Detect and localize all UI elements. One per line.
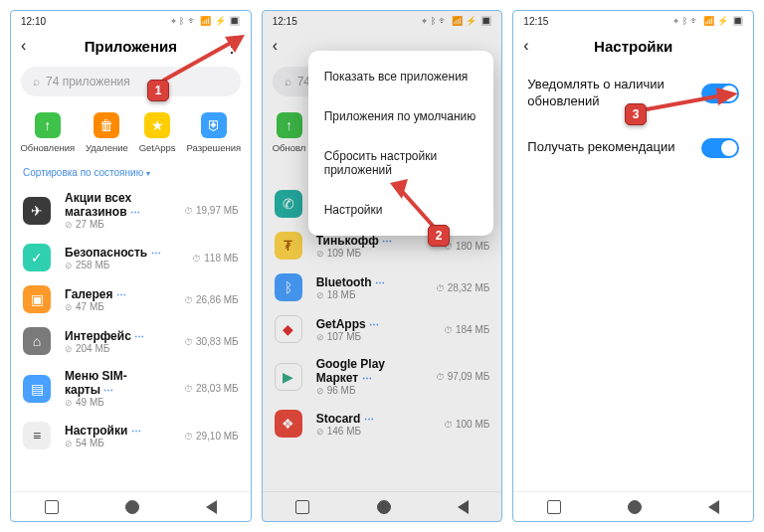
app-usage: 97,09 МБ [420, 371, 489, 382]
app-storage: 107 МБ [316, 331, 413, 342]
app-storage: 54 МБ [65, 438, 161, 448]
app-name: Интерфейс ⋯ [65, 329, 161, 343]
overflow-menu-button[interactable]: ⋮ [219, 41, 241, 51]
quick-action-item[interactable]: ⛨ Разрешения [186, 112, 241, 153]
back-button[interactable]: ‹ [273, 37, 294, 55]
app-storage: 258 МБ [65, 260, 161, 270]
status-bar: 12:15 ⌖ ᛒ ᯤ 📶 ⚡ 🔳 [263, 11, 502, 31]
back-nav-button[interactable] [206, 500, 217, 514]
back-button[interactable]: ‹ [523, 37, 545, 55]
quick-action-item[interactable]: 🗑 Удаление [86, 112, 128, 153]
app-usage: 29,10 МБ [169, 431, 239, 442]
status-bar: 12:10 ⌖ ᛒ ᯤ 📶 ⚡ 🔳 [11, 11, 251, 31]
app-row[interactable]: ≡ Настройки ⋯ 54 МБ 29,10 МБ [11, 415, 251, 456]
app-icon: ▤ [23, 375, 51, 403]
app-name: Stocard ⋯ [316, 412, 413, 426]
app-storage: 49 МБ [65, 397, 161, 408]
back-nav-button[interactable] [458, 500, 469, 514]
app-icon: ▣ [23, 285, 51, 313]
sort-control[interactable]: Сортировка по состоянию ▾ [11, 167, 251, 184]
app-storage: 18 МБ [316, 289, 413, 300]
app-icon: ≡ [23, 422, 51, 449]
quick-action-item[interactable]: ★ GetApps [139, 112, 176, 153]
app-usage: 118 МБ [169, 253, 239, 264]
title-bar: ‹ Настройки [513, 31, 753, 63]
app-row[interactable]: ✓ Безопасность ⋯ 258 МБ 118 МБ [11, 237, 251, 278]
status-bar: 12:15 ⌖ ᛒ ᯤ 📶 ⚡ 🔳 [513, 11, 753, 31]
home-button[interactable] [377, 500, 391, 514]
menu-item[interactable]: Показать все приложения [308, 57, 494, 96]
app-row[interactable]: ▶ Google Play Маркет ⋯ 96 МБ 97,09 МБ [263, 350, 502, 403]
app-name: Безопасность ⋯ [65, 246, 161, 260]
setting-row: Получать рекомендации [513, 124, 753, 172]
app-icon: ▶ [275, 363, 302, 391]
screen-apps: 12:10 ⌖ ᛒ ᯤ 📶 ⚡ 🔳 ‹ Приложения ⋮ ⌕ 74 пр… [10, 10, 252, 522]
app-icon: ◆ [275, 315, 302, 343]
app-icon: ✆ [275, 190, 302, 218]
loading-dots-icon: ⋯ [131, 426, 140, 437]
overflow-menu: Показать все приложенияПриложения по умо… [308, 51, 494, 236]
recents-button[interactable] [295, 500, 309, 514]
app-name: Bluetooth ⋯ [316, 275, 413, 289]
back-button[interactable]: ‹ [21, 37, 43, 55]
app-name: GetApps ⋯ [316, 317, 413, 331]
quick-action-label: Обновления [20, 142, 75, 153]
loading-dots-icon: ⋯ [151, 248, 160, 259]
quick-action-icon: 🗑 [94, 112, 119, 138]
back-nav-button[interactable] [708, 500, 719, 514]
clock: 12:15 [523, 16, 548, 27]
quick-action-item[interactable]: ↑ Обновл [273, 112, 306, 153]
app-usage: 28,32 МБ [420, 282, 489, 293]
annotation-badge-1: 1 [147, 80, 169, 101]
home-button[interactable] [125, 500, 139, 514]
app-row[interactable]: ⌂ Интерфейс ⋯ 204 МБ 30,83 МБ [11, 320, 251, 362]
quick-action-item[interactable]: ↑ Обновления [20, 112, 75, 153]
app-row[interactable]: ❖ Stocard ⋯ 146 МБ 100 МБ [263, 403, 502, 444]
screen-settings: 12:15 ⌖ ᛒ ᯤ 📶 ⚡ 🔳 ‹ Настройки Уведомлять… [512, 10, 754, 522]
system-nav [513, 491, 753, 521]
loading-dots-icon: ⋯ [362, 373, 371, 384]
app-usage: 30,83 МБ [169, 336, 239, 347]
app-name: Google Play Маркет ⋯ [316, 357, 413, 385]
loading-dots-icon: ⋯ [116, 289, 125, 300]
status-icons: ⌖ ᛒ ᯤ 📶 ⚡ 🔳 [673, 16, 743, 27]
search-icon: ⌕ [33, 75, 40, 89]
loading-dots-icon: ⋯ [369, 319, 378, 330]
app-storage: 109 МБ [316, 248, 413, 259]
home-button[interactable] [628, 500, 642, 514]
menu-item[interactable]: Сбросить настройки приложений [308, 136, 494, 190]
setting-label: Уведомлять о наличии обновлений [527, 77, 686, 110]
menu-item[interactable]: Настройки [308, 190, 494, 230]
recents-button[interactable] [547, 500, 561, 514]
app-icon: ❖ [275, 410, 302, 438]
search-icon: ⌕ [285, 75, 291, 89]
recents-button[interactable] [45, 500, 59, 514]
quick-action-label: Удаление [86, 142, 128, 153]
search-input[interactable]: ⌕ 74 приложения [21, 67, 241, 96]
search-placeholder: 74 приложения [46, 75, 130, 89]
app-storage: 47 МБ [65, 301, 161, 312]
app-icon: ₮ [275, 232, 302, 260]
app-name: Настройки ⋯ [65, 424, 161, 438]
app-row[interactable]: ◆ GetApps ⋯ 107 МБ 184 МБ [263, 308, 502, 350]
quick-action-icon: ↑ [35, 112, 61, 138]
app-icon: ✓ [23, 244, 51, 271]
toggle-switch[interactable] [701, 84, 739, 103]
app-storage: 27 МБ [65, 219, 161, 230]
chevron-down-icon: ▾ [146, 169, 150, 178]
app-row[interactable]: ✈ Акции всех магазинов ⋯ 27 МБ 19,97 МБ [11, 184, 251, 237]
clock: 12:15 [273, 16, 297, 27]
app-row[interactable]: ▣ Галерея ⋯ 47 МБ 26,86 МБ [11, 278, 251, 320]
toggle-switch[interactable] [701, 138, 739, 158]
app-row[interactable]: ▤ Меню SIM-карты ⋯ 49 МБ 28,03 МБ [11, 362, 251, 415]
quick-action-icon: ★ [144, 112, 170, 138]
app-storage: 96 МБ [316, 385, 413, 396]
menu-item[interactable]: Приложения по умолчанию [308, 96, 494, 136]
app-row[interactable]: ᛒ Bluetooth ⋯ 18 МБ 28,32 МБ [263, 266, 502, 308]
loading-dots-icon: ⋯ [375, 277, 384, 288]
loading-dots-icon: ⋯ [130, 207, 139, 218]
app-list: ✈ Акции всех магазинов ⋯ 27 МБ 19,97 МБ … [11, 184, 251, 491]
quick-action-icon: ⛨ [201, 112, 227, 138]
sort-label: Сортировка по состоянию [23, 167, 143, 178]
quick-actions: ↑ Обновления 🗑 Удаление ★ GetApps ⛨ Разр… [11, 106, 251, 167]
